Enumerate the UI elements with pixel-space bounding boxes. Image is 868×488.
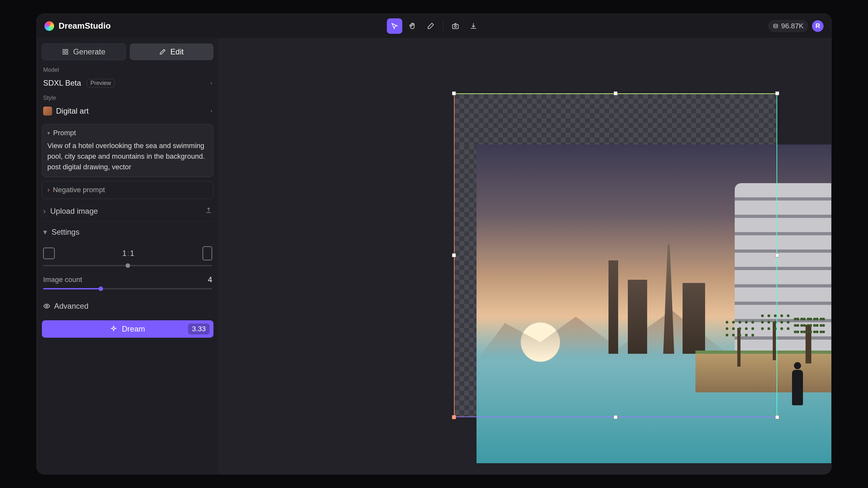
svg-point-2	[774, 24, 778, 26]
top-bar: DreamStudio 96.87K R	[37, 14, 831, 38]
aspect-landscape-icon[interactable]	[43, 248, 55, 259]
resize-handle[interactable]	[775, 415, 779, 419]
prompt-header[interactable]: ▾ Prompt	[47, 129, 208, 137]
prompt-text[interactable]: View of a hotel overlooking the sea and …	[47, 140, 208, 172]
chevron-right-icon: ›	[47, 186, 50, 194]
resize-handle[interactable]	[775, 91, 779, 95]
svg-rect-4	[66, 50, 68, 52]
tab-edit[interactable]: Edit	[130, 43, 214, 60]
eye-icon	[43, 302, 50, 310]
topbar-right: 96.87K R	[768, 20, 824, 32]
chevron-right-icon: ›	[211, 80, 212, 86]
canvas-tools	[387, 18, 481, 34]
sidebar: Generate Edit Model SDXL Beta Preview › …	[37, 38, 219, 474]
grid-icon	[62, 48, 69, 55]
scene-person	[792, 370, 803, 405]
dream-cost: 3.33	[188, 324, 210, 334]
dream-button[interactable]: Dream 3.33	[42, 320, 213, 338]
erase-tool[interactable]	[423, 18, 438, 34]
prompt-label: Prompt	[53, 129, 76, 137]
svg-rect-6	[66, 53, 68, 55]
image-count-row: Image count 4	[42, 273, 213, 286]
download-tool[interactable]	[466, 18, 481, 34]
brand-logo-icon	[44, 21, 54, 31]
cursor-icon	[391, 22, 399, 30]
svg-point-7	[46, 305, 48, 307]
prompt-box[interactable]: ▾ Prompt View of a hotel overlooking the…	[42, 124, 213, 177]
svg-rect-5	[63, 53, 65, 55]
image-count-slider[interactable]	[43, 288, 212, 289]
aspect-portrait-icon[interactable]	[203, 246, 212, 260]
svg-rect-0	[453, 25, 459, 29]
selection-frame[interactable]	[454, 93, 777, 417]
brand-name: DreamStudio	[59, 21, 111, 31]
chevron-right-icon: ›	[211, 108, 212, 114]
resize-handle[interactable]	[452, 253, 456, 257]
download-icon	[470, 22, 477, 30]
user-avatar[interactable]: R	[812, 20, 824, 32]
style-label: Style	[42, 95, 213, 101]
resize-handle[interactable]	[614, 415, 618, 419]
model-value: SDXL Beta	[43, 78, 81, 88]
chevron-down-icon: ▾	[43, 228, 47, 237]
tab-generate[interactable]: Generate	[42, 43, 126, 60]
camera-tool[interactable]	[448, 18, 463, 34]
tab-edit-label: Edit	[170, 47, 184, 56]
select-tool[interactable]	[387, 18, 402, 34]
credits-pill[interactable]: 96.87K	[768, 20, 808, 32]
brand: DreamStudio	[44, 21, 111, 31]
image-count-value: 4	[208, 275, 212, 284]
sparkle-icon	[110, 325, 117, 332]
eraser-icon	[427, 22, 435, 30]
credits-value: 96.87K	[781, 22, 804, 30]
svg-point-1	[455, 26, 457, 27]
settings-row[interactable]: ▾ Settings	[42, 222, 213, 242]
model-badge: Preview	[87, 79, 115, 88]
slider-thumb[interactable]	[126, 263, 130, 268]
app-body: Generate Edit Model SDXL Beta Preview › …	[37, 38, 831, 474]
frame-border	[454, 93, 777, 417]
upload-icon[interactable]	[205, 207, 212, 216]
mode-tabs: Generate Edit	[42, 43, 213, 60]
camera-icon	[452, 22, 459, 30]
style-thumb-icon	[43, 106, 52, 116]
advanced-label: Advanced	[54, 302, 89, 311]
model-select[interactable]: SDXL Beta Preview ›	[42, 75, 213, 91]
chevron-right-icon: ›	[43, 207, 46, 216]
slider-thumb[interactable]	[98, 287, 103, 291]
settings-label: Settings	[52, 228, 80, 237]
resize-handle[interactable]	[614, 91, 618, 95]
negative-prompt-label: Negative prompt	[53, 186, 105, 194]
negative-prompt-box[interactable]: › Negative prompt	[42, 181, 213, 199]
app-window: DreamStudio 96.87K R	[36, 13, 832, 475]
canvas[interactable]	[219, 38, 831, 474]
pencil-icon	[159, 48, 166, 55]
slider-fill	[43, 288, 101, 289]
hand-icon	[409, 22, 416, 30]
upload-label: Upload image	[50, 207, 98, 216]
svg-rect-3	[63, 50, 65, 52]
tab-generate-label: Generate	[73, 47, 105, 56]
resize-handle[interactable]	[452, 91, 456, 95]
coins-icon	[773, 23, 778, 29]
aspect-ratio-row: 1:1	[42, 242, 213, 262]
dream-label: Dream	[122, 324, 145, 333]
style-select[interactable]: Digital art ›	[42, 103, 213, 120]
upload-image-row[interactable]: › Upload image	[42, 201, 213, 222]
aspect-slider[interactable]	[43, 265, 212, 266]
style-value: Digital art	[56, 106, 89, 116]
pan-tool[interactable]	[405, 18, 421, 34]
aspect-value: 1:1	[122, 249, 135, 258]
advanced-row[interactable]: Advanced	[42, 296, 213, 317]
tool-divider	[443, 22, 443, 31]
corner-indicator	[452, 415, 456, 419]
resize-handle[interactable]	[775, 253, 779, 257]
image-count-label: Image count	[43, 275, 82, 284]
scene-palm	[808, 325, 811, 363]
model-label: Model	[42, 67, 213, 73]
chevron-down-icon: ▾	[47, 130, 50, 136]
